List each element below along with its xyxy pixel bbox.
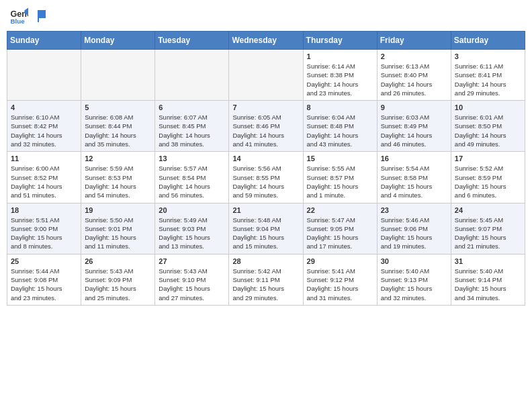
day-info: Sunrise: 5:50 AM Sunset: 9:01 PM Dayligh… xyxy=(85,216,151,251)
day-number: 29 xyxy=(307,257,373,265)
day-number: 18 xyxy=(11,206,77,214)
day-info: Sunrise: 5:43 AM Sunset: 9:10 PM Dayligh… xyxy=(159,267,225,302)
day-number: 23 xyxy=(381,206,447,214)
calendar-cell: 1Sunrise: 6:14 AM Sunset: 8:38 PM Daylig… xyxy=(303,50,377,101)
day-info: Sunrise: 5:59 AM Sunset: 8:53 PM Dayligh… xyxy=(85,164,151,199)
day-number: 26 xyxy=(85,257,151,265)
calendar-cell: 16Sunrise: 5:54 AM Sunset: 8:58 PM Dayli… xyxy=(377,152,451,203)
calendar-cell: 24Sunrise: 5:45 AM Sunset: 9:07 PM Dayli… xyxy=(451,203,525,254)
calendar-week-row: 25Sunrise: 5:44 AM Sunset: 9:08 PM Dayli… xyxy=(7,254,525,305)
day-info: Sunrise: 5:52 AM Sunset: 8:59 PM Dayligh… xyxy=(455,164,521,199)
day-info: Sunrise: 5:48 AM Sunset: 9:04 PM Dayligh… xyxy=(232,216,299,251)
day-info: Sunrise: 6:00 AM Sunset: 8:52 PM Dayligh… xyxy=(11,164,77,199)
day-info: Sunrise: 6:14 AM Sunset: 8:38 PM Dayligh… xyxy=(307,62,373,97)
day-info: Sunrise: 5:40 AM Sunset: 9:14 PM Dayligh… xyxy=(455,267,521,302)
svg-marker-3 xyxy=(39,10,46,18)
day-info: Sunrise: 6:03 AM Sunset: 8:49 PM Dayligh… xyxy=(381,113,447,148)
day-info: Sunrise: 6:01 AM Sunset: 8:50 PM Dayligh… xyxy=(455,113,521,148)
day-number: 30 xyxy=(381,257,447,265)
day-info: Sunrise: 5:40 AM Sunset: 9:13 PM Dayligh… xyxy=(381,267,447,302)
calendar-cell: 19Sunrise: 5:50 AM Sunset: 9:01 PM Dayli… xyxy=(81,203,155,254)
calendar-cell: 15Sunrise: 5:55 AM Sunset: 8:57 PM Dayli… xyxy=(303,152,377,203)
day-info: Sunrise: 5:43 AM Sunset: 9:09 PM Dayligh… xyxy=(85,267,151,302)
day-info: Sunrise: 5:42 AM Sunset: 9:11 PM Dayligh… xyxy=(232,267,299,302)
weekday-header-friday: Friday xyxy=(377,32,451,50)
day-info: Sunrise: 5:47 AM Sunset: 9:05 PM Dayligh… xyxy=(307,216,373,251)
calendar-cell: 5Sunrise: 6:08 AM Sunset: 8:44 PM Daylig… xyxy=(81,101,155,152)
day-number: 3 xyxy=(455,52,521,60)
day-number: 27 xyxy=(159,257,225,265)
day-number: 5 xyxy=(85,103,151,111)
logo-flag-icon xyxy=(31,9,46,24)
calendar-week-row: 11Sunrise: 6:00 AM Sunset: 8:52 PM Dayli… xyxy=(7,152,525,203)
day-info: Sunrise: 6:04 AM Sunset: 8:48 PM Dayligh… xyxy=(307,113,373,148)
calendar-cell xyxy=(81,50,155,101)
calendar-cell: 17Sunrise: 5:52 AM Sunset: 8:59 PM Dayli… xyxy=(451,152,525,203)
day-info: Sunrise: 6:10 AM Sunset: 8:42 PM Dayligh… xyxy=(11,113,77,148)
day-number: 24 xyxy=(455,206,521,214)
day-number: 1 xyxy=(307,52,373,60)
day-number: 13 xyxy=(159,154,225,163)
calendar-cell: 8Sunrise: 6:04 AM Sunset: 8:48 PM Daylig… xyxy=(303,101,377,152)
day-number: 14 xyxy=(232,154,299,163)
calendar-cell: 28Sunrise: 5:42 AM Sunset: 9:11 PM Dayli… xyxy=(229,254,303,305)
day-number: 4 xyxy=(11,103,77,111)
day-number: 31 xyxy=(455,257,521,265)
calendar-cell: 23Sunrise: 5:46 AM Sunset: 9:06 PM Dayli… xyxy=(377,203,451,254)
day-info: Sunrise: 6:11 AM Sunset: 8:41 PM Dayligh… xyxy=(455,62,521,97)
day-number: 25 xyxy=(11,257,77,265)
calendar-cell: 14Sunrise: 5:56 AM Sunset: 8:55 PM Dayli… xyxy=(229,152,303,203)
day-info: Sunrise: 5:49 AM Sunset: 9:03 PM Dayligh… xyxy=(159,216,225,251)
day-number: 16 xyxy=(381,154,447,163)
day-info: Sunrise: 5:44 AM Sunset: 9:08 PM Dayligh… xyxy=(11,267,77,302)
calendar-cell: 13Sunrise: 5:57 AM Sunset: 8:54 PM Dayli… xyxy=(155,152,229,203)
calendar-week-row: 18Sunrise: 5:51 AM Sunset: 9:00 PM Dayli… xyxy=(7,203,525,254)
calendar-table: SundayMondayTuesdayWednesdayThursdayFrid… xyxy=(7,31,525,306)
day-info: Sunrise: 6:13 AM Sunset: 8:40 PM Dayligh… xyxy=(381,62,447,97)
day-info: Sunrise: 5:57 AM Sunset: 8:54 PM Dayligh… xyxy=(159,164,225,199)
day-info: Sunrise: 6:05 AM Sunset: 8:46 PM Dayligh… xyxy=(232,113,299,148)
day-number: 19 xyxy=(85,206,151,214)
calendar-cell xyxy=(7,50,81,101)
day-number: 15 xyxy=(307,154,373,163)
calendar-cell: 30Sunrise: 5:40 AM Sunset: 9:13 PM Dayli… xyxy=(377,254,451,305)
day-info: Sunrise: 5:46 AM Sunset: 9:06 PM Dayligh… xyxy=(381,216,447,251)
calendar-cell: 20Sunrise: 5:49 AM Sunset: 9:03 PM Dayli… xyxy=(155,203,229,254)
calendar-cell: 3Sunrise: 6:11 AM Sunset: 8:41 PM Daylig… xyxy=(451,50,525,101)
calendar-cell xyxy=(229,50,303,101)
calendar-cell: 12Sunrise: 5:59 AM Sunset: 8:53 PM Dayli… xyxy=(81,152,155,203)
calendar-cell: 29Sunrise: 5:41 AM Sunset: 9:12 PM Dayli… xyxy=(303,254,377,305)
calendar-cell: 7Sunrise: 6:05 AM Sunset: 8:46 PM Daylig… xyxy=(229,101,303,152)
day-number: 28 xyxy=(232,257,299,265)
calendar-cell: 11Sunrise: 6:00 AM Sunset: 8:52 PM Dayli… xyxy=(7,152,81,203)
day-number: 2 xyxy=(381,52,447,60)
day-info: Sunrise: 5:51 AM Sunset: 9:00 PM Dayligh… xyxy=(11,216,77,251)
calendar-cell: 22Sunrise: 5:47 AM Sunset: 9:05 PM Dayli… xyxy=(303,203,377,254)
day-info: Sunrise: 6:08 AM Sunset: 8:44 PM Dayligh… xyxy=(85,113,151,148)
day-number: 20 xyxy=(159,206,225,214)
day-number: 10 xyxy=(455,103,521,111)
svg-text:Blue: Blue xyxy=(10,17,25,25)
calendar-cell: 31Sunrise: 5:40 AM Sunset: 9:14 PM Dayli… xyxy=(451,254,525,305)
page-header: General Blue xyxy=(7,7,525,26)
calendar-cell: 26Sunrise: 5:43 AM Sunset: 9:09 PM Dayli… xyxy=(81,254,155,305)
weekday-header-row: SundayMondayTuesdayWednesdayThursdayFrid… xyxy=(7,32,525,50)
weekday-header-wednesday: Wednesday xyxy=(229,32,303,50)
weekday-header-sunday: Sunday xyxy=(7,32,81,50)
logo-icon: General Blue xyxy=(9,7,28,26)
calendar-cell: 4Sunrise: 6:10 AM Sunset: 8:42 PM Daylig… xyxy=(7,101,81,152)
calendar-week-row: 1Sunrise: 6:14 AM Sunset: 8:38 PM Daylig… xyxy=(7,50,525,101)
day-number: 7 xyxy=(232,103,299,111)
day-number: 22 xyxy=(307,206,373,214)
day-info: Sunrise: 5:55 AM Sunset: 8:57 PM Dayligh… xyxy=(307,164,373,199)
weekday-header-saturday: Saturday xyxy=(451,32,525,50)
calendar-cell: 18Sunrise: 5:51 AM Sunset: 9:00 PM Dayli… xyxy=(7,203,81,254)
svg-rect-4 xyxy=(38,10,39,22)
day-number: 9 xyxy=(381,103,447,111)
day-info: Sunrise: 6:07 AM Sunset: 8:45 PM Dayligh… xyxy=(159,113,225,148)
day-number: 6 xyxy=(159,103,225,111)
logo: General Blue xyxy=(9,7,46,26)
calendar-cell: 10Sunrise: 6:01 AM Sunset: 8:50 PM Dayli… xyxy=(451,101,525,152)
day-info: Sunrise: 5:41 AM Sunset: 9:12 PM Dayligh… xyxy=(307,267,373,302)
day-number: 21 xyxy=(232,206,299,214)
